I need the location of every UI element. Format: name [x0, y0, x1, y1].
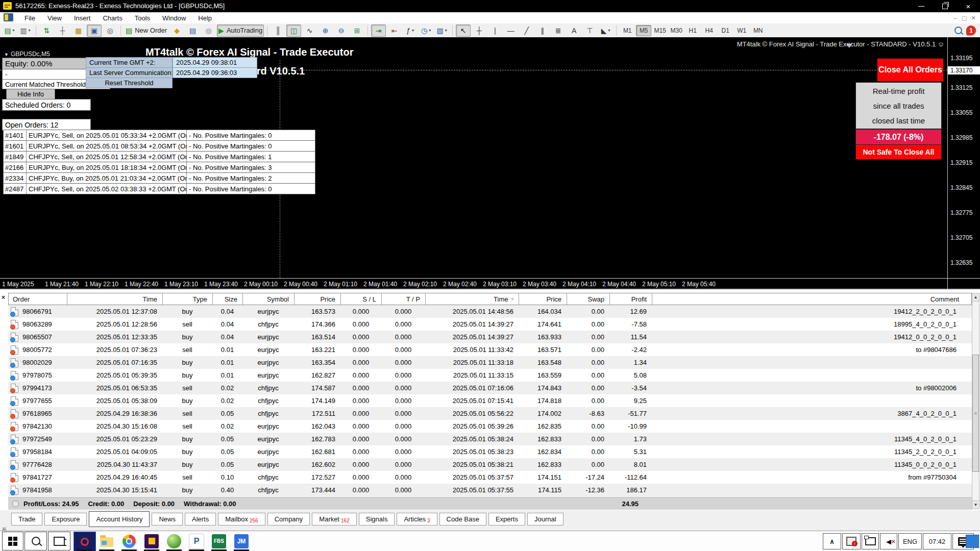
menu-item-file[interactable]: File	[18, 14, 41, 22]
history-row[interactable]: 980057722025.05.01 07:36:23sell0.01eurjp…	[8, 343, 972, 356]
tray-security-icon[interactable]: !	[842, 533, 861, 549]
templates-button[interactable]: ▧▾	[434, 24, 449, 37]
timeframe-m30[interactable]: M30	[669, 25, 684, 36]
taskbar-search-button[interactable]	[24, 532, 47, 550]
chart-area[interactable]: MT4talk © Forex AI Signal - Trade Execut…	[0, 37, 980, 289]
cursor-button[interactable]: ↖	[456, 24, 471, 37]
close-all-orders-button[interactable]: Close All Orders	[877, 58, 944, 82]
menu-item-charts[interactable]: Charts	[96, 14, 128, 22]
tray-expand-button[interactable]: ∧	[823, 533, 841, 549]
column-header-sl[interactable]: S / L	[341, 293, 382, 305]
column-header-tp[interactable]: T / P	[382, 293, 426, 305]
auto-scroll-button[interactable]: ⇥	[371, 24, 386, 37]
data-window-button[interactable]: ┼	[55, 24, 70, 37]
text-label-button[interactable]: A	[567, 24, 581, 37]
scroll-down-icon[interactable]: ▼	[972, 500, 979, 509]
history-row[interactable]: 978417272025.04.29 16:40:45sell0.10chfjp…	[8, 471, 972, 484]
column-header-price[interactable]: Price	[295, 293, 341, 305]
zoom-in-button[interactable]: ⊕	[318, 24, 333, 37]
notification-badge[interactable]: 1	[966, 26, 976, 35]
minimize-button[interactable]: —	[910, 0, 933, 12]
tray-app-icon[interactable]	[966, 535, 979, 548]
horizontal-line-button[interactable]: —	[503, 24, 518, 37]
column-header-profit[interactable]: Profit	[610, 293, 652, 305]
bar-chart-button[interactable]: ║	[271, 24, 285, 37]
shapes-button[interactable]: ◣▾	[598, 24, 613, 37]
history-row[interactable]: 978421302025.04.30 15:16:08sell0.02eurjp…	[8, 420, 972, 433]
not-safe-to-close-button[interactable]: Not Safe To Close All	[855, 144, 942, 160]
column-header-time[interactable]: Time▿	[426, 293, 519, 305]
metaeditor-button[interactable]: ◆	[169, 24, 184, 37]
timeframe-h4[interactable]: H4	[701, 25, 717, 36]
reset-threshold-button[interactable]: Reset Threshold	[86, 78, 173, 88]
menu-item-window[interactable]: Window	[156, 14, 192, 22]
history-row[interactable]: 979941732025.05.01 06:53:35sell0.02chfjp…	[8, 382, 972, 394]
profiles-button[interactable]: ▥▾	[18, 24, 33, 37]
history-row[interactable]: 980655072025.05.01 12:33:35buy0.04eurjpy…	[8, 331, 972, 343]
fibonacci-button[interactable]: ≣	[551, 24, 566, 37]
new-order-button[interactable]: ▤New Order	[124, 24, 168, 37]
scroll-up-icon[interactable]: ▲	[972, 293, 979, 302]
vertical-line-button[interactable]: |	[487, 24, 502, 37]
column-header-order[interactable]: Order	[9, 293, 67, 305]
chart-minimize-button[interactable]: –	[950, 15, 960, 21]
tray-network-icon[interactable]	[862, 533, 879, 549]
chart-restore-button[interactable]: ▢	[960, 15, 969, 21]
column-header-comment[interactable]: Comment	[652, 293, 964, 305]
history-row[interactable]: 979780752025.05.01 05:39:35buy0.01eurjpy…	[8, 369, 972, 382]
hide-info-button[interactable]: Hide Info	[6, 89, 55, 99]
trendline-button[interactable]: ╱	[519, 24, 534, 37]
taskbar-app-jm[interactable]: JM	[231, 532, 252, 550]
candlestick-chart-button[interactable]: ◫	[286, 24, 301, 37]
tab-signals[interactable]: Signals	[359, 513, 395, 525]
tab-news[interactable]: News	[152, 513, 183, 525]
tray-volume-icon[interactable]: ◀✕	[880, 533, 897, 549]
vertical-scrollbar[interactable]: ▲ ≡ ▼	[972, 293, 979, 509]
tile-windows-button[interactable]: ⊞	[350, 24, 364, 37]
menu-item-insert[interactable]: Insert	[68, 14, 97, 22]
column-header-symbol[interactable]: Symbol	[243, 293, 295, 305]
menu-item-tools[interactable]: Tools	[129, 14, 156, 22]
indicators-button[interactable]: ƒ▾	[403, 24, 418, 37]
tab-trade[interactable]: Trade	[11, 513, 42, 525]
history-row[interactable]: 979581842025.05.01 04:09:05buy0.05eurjpy…	[8, 445, 972, 458]
history-row[interactable]: 980667912025.05.01 12:37:08buy0.04eurjpy…	[8, 305, 972, 318]
column-header-price[interactable]: Price	[519, 293, 567, 305]
column-header-type[interactable]: Type	[163, 293, 213, 305]
timeframe-m1[interactable]: M1	[620, 25, 635, 36]
timeframe-mn[interactable]: MN	[750, 25, 766, 36]
history-row[interactable]: 978419582025.04.30 15:15:41buy0.40chfjpy…	[8, 484, 972, 496]
equidistant-channel-button[interactable]: ∥	[535, 24, 550, 37]
taskbar-app-chrome[interactable]	[118, 532, 140, 550]
tab-market[interactable]: Market162	[312, 513, 356, 525]
autotrading-button[interactable]: ▶AutoTrading	[217, 24, 264, 37]
tab-account-history[interactable]: Account History	[89, 511, 150, 527]
history-row[interactable]: 979776552025.05.01 05:38:09buy0.02chfjpy…	[8, 394, 972, 407]
strategy-tester-button[interactable]: ◎	[103, 24, 117, 37]
timeframe-h1[interactable]: H1	[685, 25, 700, 36]
new-chart-button[interactable]: ▤▾	[2, 24, 17, 37]
periods-button[interactable]: ◷▾	[419, 24, 433, 37]
tab-company[interactable]: Company	[267, 513, 310, 525]
language-indicator[interactable]: ENG	[898, 533, 922, 549]
scrollbar-thumb[interactable]: ≡	[972, 355, 979, 472]
tab-experts[interactable]: Experts	[488, 513, 525, 525]
history-row[interactable]: 979725492025.05.01 05:23:29buy0.05eurjpy…	[8, 433, 972, 445]
start-button[interactable]	[2, 532, 23, 550]
clock[interactable]: 07:42	[923, 533, 951, 549]
timeframe-m5[interactable]: M5	[636, 25, 651, 36]
search-icon[interactable]	[954, 27, 962, 34]
column-header-size[interactable]: Size	[213, 293, 243, 305]
taskbar-app-fbs[interactable]: FBS	[208, 532, 230, 550]
timeframe-w1[interactable]: W1	[734, 25, 749, 36]
taskbar-app-exness[interactable]	[141, 532, 162, 550]
column-header-swap[interactable]: Swap	[567, 293, 610, 305]
tab-alerts[interactable]: Alerts	[185, 513, 216, 525]
restore-button[interactable]	[933, 0, 957, 12]
timeframe-m15[interactable]: M15	[652, 25, 668, 36]
history-row[interactable]: 980020292025.05.01 07:16:35buy0.01eurjpy…	[8, 356, 972, 369]
crosshair-button[interactable]: ┼	[472, 24, 486, 37]
tab-exposure[interactable]: Exposure	[44, 513, 87, 525]
arrows-button[interactable]: ⊤	[582, 24, 597, 37]
history-row[interactable]: 980632892025.05.01 12:28:56sell0.04chfjp…	[8, 318, 972, 331]
